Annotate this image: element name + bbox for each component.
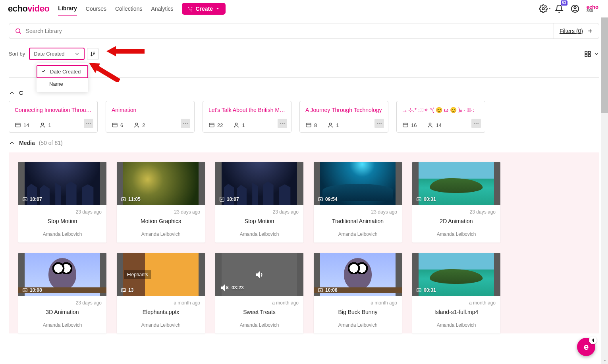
- media-thumbnail[interactable]: 00:31: [412, 162, 500, 205]
- more-menu-button[interactable]: [181, 119, 190, 128]
- settings-icon[interactable]: [539, 4, 548, 13]
- brand-right: video: [27, 4, 49, 13]
- brand-left: echo: [8, 4, 27, 13]
- media-section: Media (50 of 81) 10:0723 days agoStop Mo…: [9, 140, 599, 333]
- media-thumbnail[interactable]: 10:07: [215, 162, 303, 205]
- collection-card[interactable]: A Journey Through Technology81: [299, 101, 388, 133]
- media-thumbnail[interactable]: 09:54: [314, 162, 402, 205]
- media-thumbnail[interactable]: 10:08: [314, 253, 402, 296]
- svg-point-10: [86, 123, 87, 124]
- media-thumbnail[interactable]: 00:31: [412, 253, 500, 296]
- magic-wand-icon: [187, 6, 193, 12]
- collection-media-count: 16: [402, 122, 417, 128]
- media-card[interactable]: 10:0823 days ago3D AnimationAmanda Leibo…: [18, 253, 106, 333]
- media-author: Amanda Leibovich: [220, 322, 299, 328]
- media-meta: 23 days ago3D AnimationAmanda Leibovich: [18, 296, 106, 333]
- media-title: Media: [19, 140, 35, 146]
- tab-collections[interactable]: Collections: [115, 2, 142, 16]
- collection-card[interactable]: .₊ ⊹.* :・ﾟ✧ °( 😊 ω 😊 )₀ · ┊͙·:1614: [396, 101, 485, 133]
- tab-library[interactable]: Library: [58, 1, 77, 16]
- sort-option-label: Date Created: [50, 69, 81, 75]
- collection-user-count: 1: [327, 122, 339, 128]
- search-input[interactable]: [26, 28, 548, 34]
- tab-courses[interactable]: Courses: [86, 2, 106, 16]
- collection-card[interactable]: Let's Talk About the British Mo…221: [203, 101, 291, 133]
- ellipsis-icon: [85, 120, 92, 127]
- echo360-logo[interactable]: echo 360: [587, 5, 598, 13]
- sort-option-date-created[interactable]: Date Created: [37, 65, 88, 78]
- media-date: 23 days ago: [318, 209, 397, 215]
- media-title: Elephants.pptx: [122, 309, 200, 315]
- svg-point-9: [42, 123, 44, 125]
- account-icon[interactable]: [571, 4, 579, 13]
- collection-card[interactable]: Connecting Innovation Throug…141: [9, 101, 98, 133]
- nav-tabs: Library Courses Collections Analytics: [58, 1, 173, 16]
- more-menu-button[interactable]: [278, 119, 287, 128]
- media-date: 23 days ago: [417, 209, 496, 215]
- more-menu-button[interactable]: [471, 119, 481, 128]
- collection-card[interactable]: Animation62: [106, 101, 195, 133]
- collections-header[interactable]: C: [9, 90, 599, 96]
- media-header[interactable]: Media (50 of 81): [9, 140, 599, 146]
- svg-point-14: [136, 123, 138, 125]
- collection-stats: 141: [15, 122, 92, 128]
- media-author: Amanda Leibovich: [122, 322, 200, 328]
- scrollbar-track[interactable]: [601, 17, 608, 364]
- svg-point-25: [377, 123, 378, 124]
- sort-select[interactable]: Date Created: [29, 48, 84, 60]
- media-meta: a month agoBig Buck BunnyAmanda Leibovic…: [314, 296, 402, 333]
- media-thumbnail[interactable]: 10:07: [18, 162, 106, 205]
- svg-rect-7: [589, 54, 591, 56]
- media-card[interactable]: 00:31a month agoIsland-s1-full.mp4Amanda…: [412, 253, 500, 333]
- fab-glyph: e: [584, 342, 589, 352]
- more-menu-button[interactable]: [84, 119, 93, 128]
- media-thumbnail[interactable]: 10:08: [18, 253, 106, 296]
- media-card[interactable]: 10:0723 days agoStop MotionAmanda Leibov…: [18, 162, 106, 243]
- collection-media-count: 22: [208, 122, 223, 128]
- chevron-up-icon: [9, 90, 15, 96]
- media-thumbnail[interactable]: 03:23: [215, 253, 303, 296]
- chevron-down-icon: [548, 7, 552, 11]
- media-card[interactable]: 11:0523 days agoMotion GraphicsAmanda Le…: [117, 162, 205, 243]
- collection-stats: 221: [208, 122, 286, 128]
- tab-analytics[interactable]: Analytics: [151, 2, 173, 16]
- media-thumbnail[interactable]: Elephants13: [117, 253, 205, 296]
- svg-rect-28: [403, 123, 408, 127]
- plus-icon: [587, 28, 593, 34]
- create-button[interactable]: Create: [182, 3, 226, 15]
- svg-rect-4: [585, 51, 587, 53]
- help-fab[interactable]: e 4: [577, 338, 595, 356]
- media-thumbnail[interactable]: 11:05: [117, 162, 205, 205]
- collections-title: C: [19, 90, 23, 96]
- filters-button[interactable]: Filters (0): [554, 23, 599, 39]
- media-card[interactable]: 03:23a month agoSweet TreatsAmanda Leibo…: [215, 253, 303, 333]
- scroll-down-arrow[interactable]: [601, 357, 608, 364]
- brand-logo[interactable]: echovideo: [8, 4, 49, 14]
- create-label: Create: [195, 6, 213, 12]
- more-menu-button[interactable]: [374, 119, 384, 128]
- sort-desc-icon: [90, 51, 96, 57]
- media-card[interactable]: 10:0723 days agoStop MotionAmanda Leibov…: [215, 162, 303, 243]
- sort-direction-button[interactable]: [87, 48, 99, 60]
- svg-rect-18: [209, 123, 214, 127]
- sort-option-name[interactable]: Name: [37, 78, 88, 90]
- media-card[interactable]: 10:08a month agoBig Buck BunnyAmanda Lei…: [314, 253, 402, 333]
- sort-selected-value: Date Created: [34, 51, 64, 57]
- collection-title: Connecting Innovation Throug…: [15, 107, 92, 113]
- svg-point-11: [88, 123, 89, 124]
- collections-row: Connecting Innovation Throug…141Animatio…: [9, 101, 599, 133]
- svg-point-15: [183, 123, 184, 124]
- fab-badge: 4: [589, 336, 597, 344]
- notifications-icon[interactable]: 83: [555, 4, 564, 13]
- media-card[interactable]: Elephants13a month agoElephants.pptxAman…: [117, 253, 205, 333]
- media-author: Amanda Leibovich: [318, 231, 397, 237]
- ellipsis-icon: [376, 120, 382, 127]
- view-toggle[interactable]: [584, 50, 599, 58]
- svg-point-32: [477, 123, 479, 124]
- media-author: Amanda Leibovich: [220, 231, 299, 237]
- media-title: Big Buck Bunny: [318, 309, 397, 315]
- media-card[interactable]: 00:3123 days ago2D AnimationAmanda Leibo…: [412, 162, 500, 243]
- svg-point-3: [16, 29, 20, 33]
- scrollbar-thumb[interactable]: [601, 17, 608, 113]
- media-card[interactable]: 09:5423 days agoTraditional AnimationAma…: [314, 162, 402, 243]
